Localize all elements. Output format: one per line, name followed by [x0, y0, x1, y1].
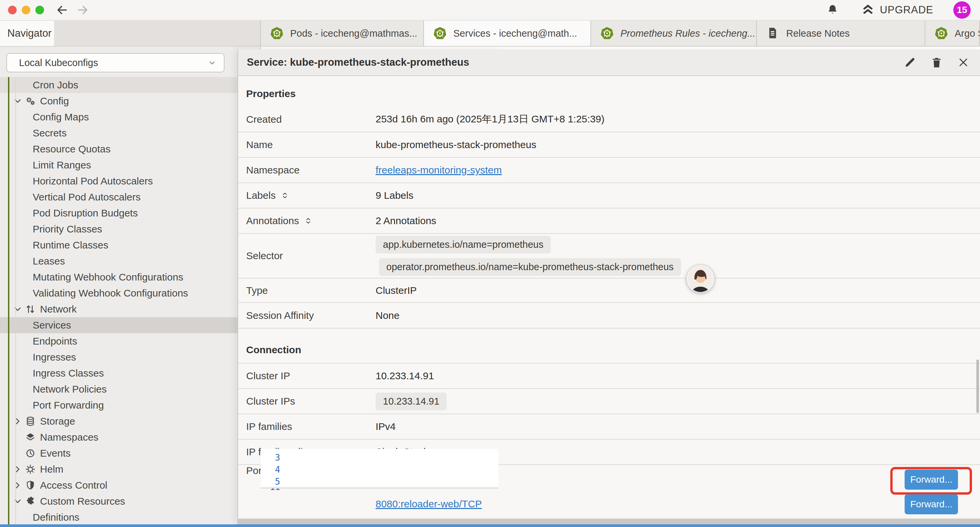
detail-row-selector: Selectorapp.kubernetes.io/name=prometheu… — [238, 234, 980, 279]
sidebar-item-access-control[interactable]: Access Control — [0, 477, 260, 493]
sidebar-item-mutating-webhook-configurations[interactable]: Mutating Webhook Configurations — [0, 269, 260, 285]
sidebar-item-label: Config — [40, 96, 69, 107]
detail-value: 10.233.14.91 — [375, 370, 434, 382]
sidebar-item-resource-quotas[interactable]: Resource Quotas — [0, 141, 260, 157]
close-window-button[interactable] — [8, 6, 17, 14]
forward-icon[interactable] — [76, 3, 89, 17]
edit-pencil-icon[interactable] — [903, 56, 916, 69]
chevron-down-icon[interactable] — [13, 304, 25, 314]
sidebar-item-ingress-classes[interactable]: Ingress Classes — [0, 365, 260, 381]
sidebar-item-leases[interactable]: Leases — [0, 253, 260, 269]
detail-value: ClusterIP — [375, 285, 417, 296]
detail-row-name: Namekube-prometheus-stack-prometheus — [238, 132, 980, 158]
tab-prometheus[interactable]: Prometheus Rules - icecheng... — [591, 21, 757, 46]
detail-value: 253d 16h 6m ago (2025年1月13日 GMT+8 1:25:3… — [375, 112, 605, 126]
forward-button[interactable]: Forward... — [905, 494, 958, 514]
detail-label-text: Cluster IPs — [246, 396, 295, 407]
sidebar-item-priority-classes[interactable]: Priority Classes — [0, 221, 260, 237]
kubeconfig-dropdown[interactable]: Local Kubeconfigs — [6, 53, 224, 72]
sidebar-item-label: Resource Quotas — [33, 143, 110, 155]
port-link[interactable]: 8080:reloader-web/TCP — [375, 498, 482, 509]
sidebar-item-services[interactable]: Services — [0, 317, 260, 333]
detail-vertical-scrollbar[interactable] — [976, 360, 979, 413]
chevron-right-icon[interactable] — [13, 464, 25, 474]
sidebar-item-custom-resources[interactable]: Custom Resources — [0, 493, 260, 509]
chevron-down-icon[interactable] — [13, 96, 25, 106]
sidebar-item-label: Network — [40, 304, 77, 315]
sidebar-item-label: Secrets — [33, 127, 67, 139]
detail-value: kube-prometheus-stack-prometheus — [375, 139, 536, 150]
sidebar-item-events[interactable]: Events — [0, 445, 260, 461]
notifications-bell-icon[interactable] — [826, 3, 839, 17]
sidebar-item-label: Custom Resources — [40, 496, 125, 507]
detail-value: 2 Annotations — [375, 215, 436, 226]
editor-line: 11 — [261, 488, 498, 493]
back-icon[interactable] — [56, 3, 69, 17]
sidebar-item-label: Config Maps — [33, 111, 89, 123]
sidebar-item-limit-ranges[interactable]: Limit Ranges — [0, 157, 260, 173]
line-number: 4 — [261, 465, 280, 474]
sidebar-item-config[interactable]: Config — [0, 93, 260, 109]
detail-row-cluster-ip: Cluster IP10.233.14.91 — [238, 363, 980, 389]
sidebar-item-port-forwarding[interactable]: Port Forwarding — [0, 397, 260, 413]
resource-tree: Cron JobsConfigConfig MapsSecretsResourc… — [0, 77, 260, 524]
sidebar-item-vertical-pod-autoscalers[interactable]: Vertical Pod Autoscalers — [0, 189, 260, 205]
tab-release[interactable]: Release Notes — [757, 21, 925, 46]
sidebar-item-secrets[interactable]: Secrets — [0, 125, 260, 141]
kubernetes-icon — [433, 26, 447, 41]
expander-icon — [304, 216, 313, 226]
detail-row-labels: Labels9 Labels — [238, 183, 980, 209]
sidebar-item-cron-jobs[interactable]: Cron Jobs — [0, 77, 260, 93]
detail-label: Labels — [238, 190, 375, 201]
sidebar-item-runtime-classes[interactable]: Runtime Classes — [0, 237, 260, 253]
tab-argo[interactable]: Argo Se — [925, 21, 980, 46]
shield-icon — [25, 480, 36, 491]
user-avatar[interactable] — [686, 264, 716, 294]
upgrade-button[interactable]: UPGRADE — [861, 3, 933, 18]
sidebar-item-label: Ingress Classes — [33, 368, 104, 379]
detail-value: None — [375, 310, 399, 321]
navigator-tab-strip: Navigator — [0, 21, 261, 46]
sidebar-item-label: Helm — [40, 463, 64, 475]
delete-trash-icon[interactable] — [930, 56, 943, 69]
sidebar-item-network[interactable]: Network — [0, 301, 260, 317]
line-number: 5 — [261, 477, 280, 487]
tab-navigator[interactable]: Navigator — [0, 21, 54, 46]
chevron-down-icon[interactable] — [13, 496, 25, 506]
detail-horizontal-scrollbar[interactable] — [238, 519, 980, 524]
namespace-link[interactable]: freeleaps-monitoring-system — [375, 164, 502, 175]
sidebar-item-endpoints[interactable]: Endpoints — [0, 333, 260, 349]
section-title: Properties — [246, 88, 296, 99]
sidebar-item-definitions[interactable]: Definitions — [0, 509, 260, 524]
clock-icon — [25, 447, 36, 459]
sidebar-item-config-maps[interactable]: Config Maps — [0, 109, 260, 125]
maximize-window-button[interactable] — [35, 6, 44, 14]
navigator-sidebar: Local Kubeconfigs Cron JobsConfigConfig … — [0, 47, 261, 524]
detail-label-text: Name — [246, 139, 273, 150]
tab-services[interactable]: Services - icecheng@math... — [424, 21, 591, 46]
notification-count-badge[interactable]: 15 — [953, 2, 970, 19]
tab-pods[interactable]: Pods - icecheng@mathmas... — [261, 21, 424, 46]
sidebar-item-horizontal-pod-autoscalers[interactable]: Horizontal Pod Autoscalers — [0, 173, 260, 189]
gears-icon — [25, 96, 36, 107]
chevron-right-icon[interactable] — [13, 480, 25, 490]
detail-label-text: Created — [246, 114, 282, 125]
updown-icon — [25, 304, 36, 315]
sidebar-item-ingresses[interactable]: Ingresses — [0, 349, 260, 365]
detail-label-text: Annotations — [246, 215, 299, 226]
sidebar-item-namespaces[interactable]: Namespaces — [0, 429, 260, 445]
tab-label: Prometheus Rules - icecheng... — [620, 28, 756, 39]
sidebar-item-helm[interactable]: Helm — [0, 461, 260, 477]
sidebar-item-validating-webhook-configurations[interactable]: Validating Webhook Configurations — [0, 285, 260, 301]
release-notes-icon — [765, 26, 780, 41]
chevron-right-icon[interactable] — [13, 416, 25, 426]
sidebar-item-storage[interactable]: Storage — [0, 413, 260, 429]
sidebar-item-label: Endpoints — [33, 336, 77, 347]
sidebar-item-pod-disruption-budgets[interactable]: Pod Disruption Budgets — [0, 205, 260, 221]
sidebar-item-network-policies[interactable]: Network Policies — [0, 381, 260, 397]
kubeconfig-dropdown-value: Local Kubeconfigs — [19, 57, 98, 68]
close-icon[interactable] — [957, 56, 970, 69]
minimize-window-button[interactable] — [22, 6, 30, 14]
detail-row-created: Created253d 16h 6m ago (2025年1月13日 GMT+8… — [238, 107, 980, 132]
value-chip: app.kubernetes.io/name=prometheus — [375, 236, 551, 253]
